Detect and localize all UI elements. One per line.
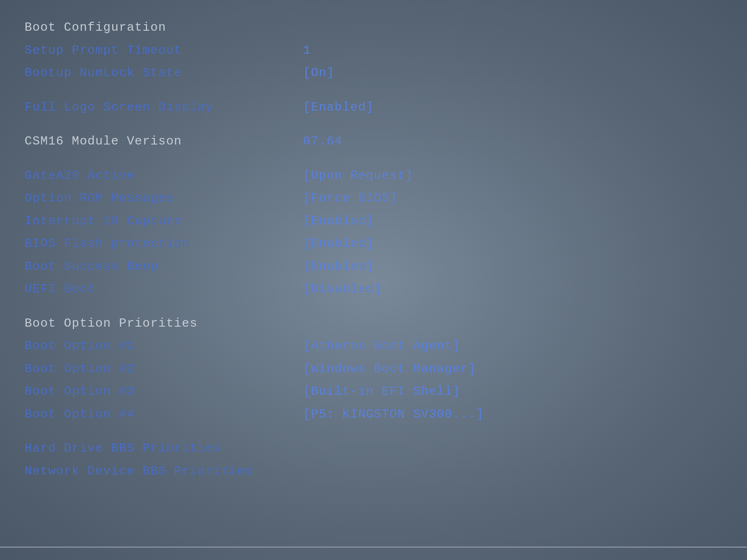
bios-row-option-rom-messages[interactable]: Option ROM Messages[Force BIOS] — [25, 187, 722, 210]
bios-label-gatea20-active: GateA20 Active — [25, 167, 303, 185]
bios-row-boot-option-3[interactable]: Boot Option #3[Built-in EFI Shell] — [25, 380, 722, 403]
bios-label-boot-option-2: Boot Option #2 — [25, 360, 303, 378]
bios-label-option-rom-messages: Option ROM Messages — [25, 190, 303, 208]
bios-label-boot-configuration: Boot Configuration — [25, 19, 303, 37]
bios-value-boot-option-3[interactable]: [Built-in EFI Shell] — [303, 383, 722, 401]
bios-label-boot-option-1: Boot Option #1 — [25, 337, 303, 355]
bios-content: Boot ConfigurationSetup Prompt Timeout1B… — [25, 16, 722, 544]
bios-label-interrupt-19-capture: Interrupt 19 Capture — [25, 212, 303, 230]
bios-label-hard-drive-bbs-priorities: Hard Drive BBS Priorities — [25, 440, 303, 458]
bios-label-bootup-numlock-state: Bootup NumLock State — [25, 64, 303, 82]
bios-value-setup-prompt-timeout[interactable]: 1 — [303, 42, 722, 60]
bios-value-bios-flash-protection[interactable]: [Enabled] — [303, 235, 722, 253]
spacer-after-csm16-module-version — [25, 153, 722, 165]
bios-row-network-device-bbs-priorities[interactable]: Network Device BBS Priorities — [25, 460, 722, 483]
bios-value-bootup-numlock-state[interactable]: [On] — [303, 64, 722, 82]
bios-value-boot-option-4[interactable]: [P5: KINGSTON SV300...] — [303, 406, 722, 424]
bios-value-interrupt-19-capture[interactable]: [Enabled] — [303, 212, 722, 230]
bios-label-full-logo-screen-display: Full Logo Screen Display — [25, 99, 303, 117]
bios-value-boot-option-1[interactable]: [Atheros Boot Agent] — [303, 337, 722, 355]
bios-row-setup-prompt-timeout[interactable]: Setup Prompt Timeout1 — [25, 39, 722, 62]
bios-row-csm16-module-version[interactable]: CSM16 Module Verison07.64 — [25, 130, 722, 153]
bottom-border-line — [0, 546, 747, 548]
bios-row-boot-option-4[interactable]: Boot Option #4[P5: KINGSTON SV300...] — [25, 403, 722, 426]
bios-row-boot-configuration[interactable]: Boot Configuration — [25, 16, 722, 39]
bios-label-boot-success-beep: Boot Success Beep — [25, 258, 303, 276]
bios-value-boot-success-beep[interactable]: [Enabled] — [303, 258, 722, 276]
spacer-after-bootup-numlock-state — [25, 85, 722, 96]
bios-value-option-rom-messages[interactable]: [Force BIOS] — [303, 190, 722, 208]
bios-row-interrupt-19-capture[interactable]: Interrupt 19 Capture[Enabled] — [25, 210, 722, 233]
bios-value-uefi-boot[interactable]: [Disabled] — [303, 280, 722, 298]
bios-row-boot-success-beep[interactable]: Boot Success Beep[Enabled] — [25, 255, 722, 278]
bios-value-boot-option-2[interactable]: [Windows Boot Manager] — [303, 360, 722, 378]
bios-value-csm16-module-version[interactable]: 07.64 — [303, 133, 722, 151]
bios-label-boot-option-3: Boot Option #3 — [25, 383, 303, 401]
bios-value-gatea20-active[interactable]: [Upon Request] — [303, 167, 722, 185]
bios-label-csm16-module-version: CSM16 Module Verison — [25, 133, 303, 151]
spacer-after-boot-option-4 — [25, 426, 722, 437]
bios-row-boot-option-1[interactable]: Boot Option #1[Atheros Boot Agent] — [25, 335, 722, 358]
bios-label-setup-prompt-timeout: Setup Prompt Timeout — [25, 42, 303, 60]
bios-row-bios-flash-protection[interactable]: BIOS Flash protection[Enabled] — [25, 233, 722, 255]
bios-label-bios-flash-protection: BIOS Flash protection — [25, 235, 303, 253]
bios-label-network-device-bbs-priorities: Network Device BBS Priorities — [25, 463, 303, 481]
bios-row-full-logo-screen-display[interactable]: Full Logo Screen Display[Enabled] — [25, 96, 722, 119]
bios-label-uefi-boot: UEFI Boot — [25, 280, 303, 298]
bios-row-boot-option-2[interactable]: Boot Option #2[Windows Boot Manager] — [25, 358, 722, 381]
bios-row-bootup-numlock-state[interactable]: Bootup NumLock State[On] — [25, 62, 722, 85]
spacer-after-full-logo-screen-display — [25, 119, 722, 130]
bios-screen: Boot ConfigurationSetup Prompt Timeout1B… — [0, 0, 747, 560]
spacer-after-uefi-boot — [25, 301, 722, 312]
bios-label-boot-option-priorities: Boot Option Priorities — [25, 315, 303, 333]
bios-row-hard-drive-bbs-priorities[interactable]: Hard Drive BBS Priorities — [25, 437, 722, 460]
bios-row-gatea20-active[interactable]: GateA20 Active[Upon Request] — [25, 165, 722, 187]
bios-value-full-logo-screen-display[interactable]: [Enabled] — [303, 99, 722, 117]
bios-row-boot-option-priorities[interactable]: Boot Option Priorities — [25, 312, 722, 335]
bios-row-uefi-boot[interactable]: UEFI Boot[Disabled] — [25, 278, 722, 301]
bios-label-boot-option-4: Boot Option #4 — [25, 406, 303, 424]
